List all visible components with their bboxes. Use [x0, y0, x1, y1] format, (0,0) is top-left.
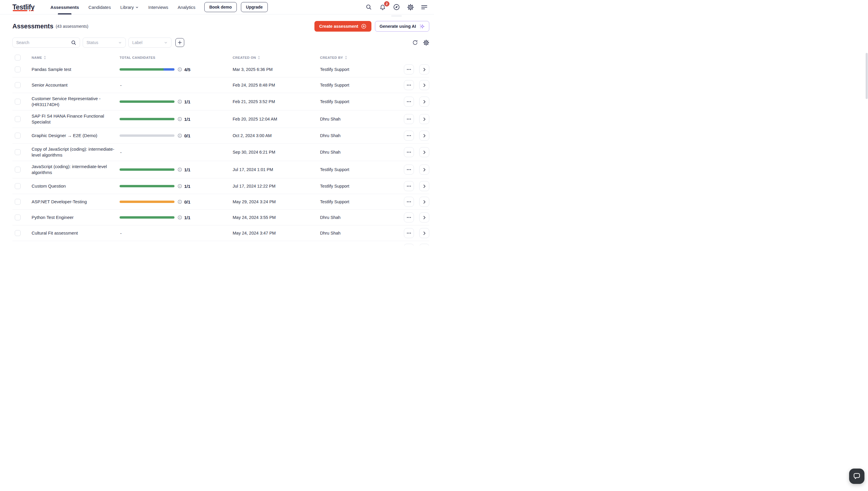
row-open-button[interactable] [419, 131, 429, 141]
info-icon[interactable] [178, 99, 182, 104]
row-open-button[interactable] [419, 64, 429, 75]
row-checkbox[interactable] [15, 149, 21, 155]
row-checkbox[interactable] [15, 116, 21, 122]
table-row: Senior Accountant - Feb 24, 2025 8:48 PM… [12, 78, 429, 93]
chevron-down-icon [135, 6, 139, 9]
row-checkbox[interactable] [15, 167, 21, 173]
row-checkbox[interactable] [15, 199, 21, 205]
search-input[interactable] [16, 40, 71, 45]
created-on: Feb 20, 2025 12:04 AM [232, 117, 320, 121]
nav-item-candidates[interactable]: Candidates [89, 0, 111, 15]
generate-ai-button[interactable]: Generate using AI [375, 21, 429, 32]
plus-icon [178, 40, 182, 45]
nav-item-interviews[interactable]: Interviews [148, 0, 168, 15]
upgrade-button[interactable]: Upgrade [241, 2, 268, 12]
info-icon[interactable] [178, 67, 182, 72]
row-open-button[interactable] [419, 228, 429, 238]
info-icon[interactable] [178, 184, 182, 189]
ellipsis-icon [406, 167, 411, 172]
assessment-name[interactable]: JavaScript (coding): intermediate-level … [32, 164, 115, 175]
logo[interactable]: Testlify [12, 3, 35, 11]
column-header-total-candidates: TOTAL CANDIDATES [120, 56, 155, 59]
nav-item-library[interactable]: Library [120, 0, 139, 15]
row-checkbox[interactable] [15, 183, 21, 189]
settings-button[interactable] [407, 3, 414, 11]
info-icon[interactable] [178, 199, 182, 204]
plus-circle-icon [361, 23, 367, 29]
assessment-name[interactable]: ASP.NET Developer-Testing [32, 199, 87, 205]
row-actions-button[interactable] [404, 165, 414, 175]
chevron-down-icon [164, 41, 168, 45]
candidates-fraction: 1/1 [184, 184, 190, 189]
row-checkbox[interactable] [15, 133, 21, 139]
row-actions-button[interactable] [404, 244, 414, 246]
ellipsis-icon [406, 67, 411, 72]
assessment-name[interactable]: SAP FI S4 HANA Finance Functional Specia… [32, 113, 115, 125]
row-open-button[interactable] [419, 80, 429, 90]
created-by: Testlify Support [320, 167, 404, 172]
row-actions-button[interactable] [404, 181, 414, 191]
row-actions-button[interactable] [404, 80, 414, 90]
row-open-button[interactable] [419, 147, 429, 157]
explore-button[interactable] [393, 3, 400, 11]
column-header-created-by[interactable]: CREATED BY [320, 56, 404, 59]
row-actions-button[interactable] [404, 131, 414, 141]
assessment-name[interactable]: Pandas Sample test [32, 66, 71, 73]
row-open-button[interactable] [419, 181, 429, 191]
nav-item-analytics[interactable]: Analytics [178, 0, 195, 15]
row-actions-button[interactable] [404, 197, 414, 207]
compass-indicator [391, 15, 402, 17]
assessment-name[interactable]: Senior Accountant [32, 82, 68, 88]
gear-icon [423, 39, 429, 46]
table-settings-button[interactable] [423, 39, 429, 46]
row-checkbox[interactable] [15, 230, 21, 236]
created-by: Dhru Shah [320, 215, 404, 220]
row-open-button[interactable] [419, 165, 429, 175]
assessment-name[interactable]: Python Test Engineer [32, 214, 73, 221]
row-checkbox[interactable] [15, 66, 21, 73]
created-on: May 24, 2024 3:47 PM [232, 231, 320, 235]
status-filter[interactable]: Status [83, 37, 126, 48]
menu-button[interactable] [421, 3, 428, 11]
assessment-name[interactable]: Customer Service Representative - (HR311… [32, 96, 115, 108]
progress-bar [120, 185, 175, 187]
row-open-button[interactable] [419, 197, 429, 207]
row-open-button[interactable] [419, 244, 429, 246]
row-actions-button[interactable] [404, 147, 414, 157]
nav-item-assessments[interactable]: Assessments [51, 0, 79, 15]
ellipsis-icon [406, 99, 411, 104]
info-icon[interactable] [178, 117, 182, 121]
candidates-fraction: 0/1 [184, 133, 190, 138]
row-actions-button[interactable] [404, 228, 414, 238]
row-checkbox[interactable] [15, 99, 21, 105]
candidates-fraction: 4/5 [184, 67, 190, 72]
book-demo-button[interactable]: Book demo [204, 2, 237, 12]
nav-icon-group: 2 [359, 3, 428, 11]
row-checkbox[interactable] [15, 214, 21, 221]
assessment-name[interactable]: Copy of JavaScript (coding): intermediat… [32, 146, 115, 158]
row-actions-button[interactable] [404, 64, 414, 75]
progress-bar [120, 168, 175, 171]
row-actions-button[interactable] [404, 114, 414, 124]
create-assessment-button[interactable]: Create assessment [314, 21, 371, 32]
assessment-name[interactable]: Graphic Designer → E2E (Demo) [32, 133, 97, 139]
add-filter-button[interactable] [175, 38, 184, 47]
row-actions-button[interactable] [404, 96, 414, 107]
assessment-name[interactable]: Cultural Fit assessment [32, 230, 78, 236]
info-icon[interactable] [178, 167, 182, 172]
notifications-button[interactable]: 2 [379, 3, 386, 11]
row-open-button[interactable] [419, 114, 429, 124]
refresh-button[interactable] [412, 39, 418, 46]
assessment-name[interactable]: Custom Question [32, 183, 66, 189]
row-open-button[interactable] [419, 212, 429, 223]
label-filter[interactable]: Label [128, 37, 172, 48]
row-checkbox[interactable] [15, 82, 21, 88]
info-icon[interactable] [178, 215, 182, 220]
column-header-name[interactable]: NAME [32, 56, 120, 59]
column-header-created-on[interactable]: CREATED ON [232, 56, 320, 59]
nav-search-button[interactable] [365, 3, 373, 11]
select-all-checkbox[interactable] [15, 55, 21, 61]
info-icon[interactable] [178, 133, 182, 138]
row-open-button[interactable] [419, 96, 429, 107]
row-actions-button[interactable] [404, 212, 414, 223]
